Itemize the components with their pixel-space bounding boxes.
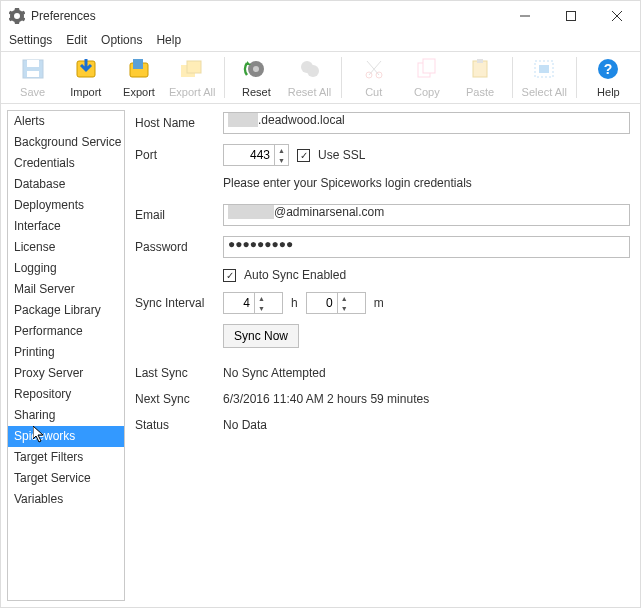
svg-line-19 xyxy=(367,61,379,75)
next-sync-label: Next Sync xyxy=(135,392,215,406)
sidebar-item-credentials[interactable]: Credentials xyxy=(8,153,124,174)
menu-help[interactable]: Help xyxy=(156,33,181,47)
status-label: Status xyxy=(135,418,215,432)
port-input[interactable] xyxy=(224,148,274,162)
email-input[interactable]: @adminarsenal.com xyxy=(223,204,630,226)
port-spinner[interactable]: ▲▼ xyxy=(223,144,289,166)
minimize-button[interactable] xyxy=(502,1,548,31)
password-input[interactable]: ●●●●●●●●● xyxy=(223,236,630,258)
sidebar-item-mail-server[interactable]: Mail Server xyxy=(8,279,124,300)
sidebar-item-deployments[interactable]: Deployments xyxy=(8,195,124,216)
last-sync-value: No Sync Attempted xyxy=(223,366,326,380)
content: Host Name .deadwood.local Port ▲▼ ✓ Use … xyxy=(131,110,634,601)
close-button[interactable] xyxy=(594,1,640,31)
select-all-icon xyxy=(531,57,557,84)
port-label: Port xyxy=(135,148,215,162)
sidebar-item-target-filters[interactable]: Target Filters xyxy=(8,447,124,468)
sidebar-item-logging[interactable]: Logging xyxy=(8,258,124,279)
interval-m-unit: m xyxy=(374,296,384,310)
interval-label: Sync Interval xyxy=(135,296,215,310)
sidebar-item-target-service[interactable]: Target Service xyxy=(8,468,124,489)
menu-options[interactable]: Options xyxy=(101,33,142,47)
svg-rect-9 xyxy=(133,59,143,69)
reset-button[interactable]: Reset xyxy=(231,55,282,100)
menu-settings[interactable]: Settings xyxy=(9,33,52,47)
toolbar: SaveImportExportExport AllResetReset All… xyxy=(1,51,640,104)
paste-button: Paste xyxy=(454,55,505,100)
svg-rect-5 xyxy=(27,60,39,67)
sidebar-item-sharing[interactable]: Sharing xyxy=(8,405,124,426)
last-sync-label: Last Sync xyxy=(135,366,215,380)
cursor-icon xyxy=(33,426,47,449)
hostname-suffix: .deadwood.local xyxy=(258,113,345,127)
sidebar-item-background-service[interactable]: Background Service xyxy=(8,132,124,153)
svg-line-18 xyxy=(369,61,381,75)
port-arrows[interactable]: ▲▼ xyxy=(274,145,288,165)
autosync-label: Auto Sync Enabled xyxy=(244,268,346,282)
hostname-masked xyxy=(228,113,258,127)
copy-icon xyxy=(414,57,440,84)
autosync-checkbox[interactable]: ✓ xyxy=(223,269,236,282)
sidebar-item-package-library[interactable]: Package Library xyxy=(8,300,124,321)
svg-rect-6 xyxy=(27,71,39,77)
sidebar-item-database[interactable]: Database xyxy=(8,174,124,195)
select-all-button: Select All xyxy=(519,55,570,100)
svg-text:?: ? xyxy=(604,61,613,77)
interval-m-input[interactable] xyxy=(307,296,337,310)
reset-icon xyxy=(243,57,269,84)
credentials-hint: Please enter your Spiceworks login crede… xyxy=(223,176,630,190)
hostname-input[interactable]: .deadwood.local xyxy=(223,112,630,134)
interval-m-arrows[interactable]: ▲▼ xyxy=(337,293,351,313)
sidebar-item-repository[interactable]: Repository xyxy=(8,384,124,405)
svg-rect-1 xyxy=(567,12,576,21)
next-sync-value: 6/3/2016 11:40 AM 2 hours 59 minutes xyxy=(223,392,429,406)
sidebar-item-proxy-server[interactable]: Proxy Server xyxy=(8,363,124,384)
export-all-icon xyxy=(179,57,205,84)
sidebar-item-alerts[interactable]: Alerts xyxy=(8,111,124,132)
interval-h-unit: h xyxy=(291,296,298,310)
export-button[interactable]: Export xyxy=(113,55,164,100)
svg-rect-11 xyxy=(187,61,201,73)
interval-h-arrows[interactable]: ▲▼ xyxy=(254,293,268,313)
save-icon xyxy=(20,57,46,84)
import-button[interactable]: Import xyxy=(60,55,111,100)
sidebar-item-spiceworks[interactable]: Spiceworks xyxy=(8,426,124,447)
maximize-button[interactable] xyxy=(548,1,594,31)
interval-h-input[interactable] xyxy=(224,296,254,310)
sidebar[interactable]: AlertsBackground ServiceCredentialsDatab… xyxy=(7,110,125,601)
sidebar-item-printing[interactable]: Printing xyxy=(8,342,124,363)
reset-all-icon xyxy=(297,57,323,84)
email-label: Email xyxy=(135,208,215,222)
window-controls xyxy=(502,1,640,31)
sidebar-item-interface[interactable]: Interface xyxy=(8,216,124,237)
import-icon xyxy=(73,57,99,84)
svg-rect-23 xyxy=(477,59,483,63)
gear-icon xyxy=(9,8,25,24)
menu-edit[interactable]: Edit xyxy=(66,33,87,47)
use-ssl-checkbox[interactable]: ✓ xyxy=(297,149,310,162)
paste-icon xyxy=(467,57,493,84)
cut-icon xyxy=(361,57,387,84)
svg-rect-21 xyxy=(423,59,435,73)
svg-rect-22 xyxy=(473,61,487,77)
preferences-window: Preferences SettingsEditOptionsHelp Save… xyxy=(0,0,641,608)
sync-now-button[interactable]: Sync Now xyxy=(223,324,299,348)
svg-rect-25 xyxy=(539,65,549,73)
help-button[interactable]: ?Help xyxy=(583,55,634,100)
menubar: SettingsEditOptionsHelp xyxy=(1,31,640,51)
interval-h-spinner[interactable]: ▲▼ xyxy=(223,292,283,314)
interval-m-spinner[interactable]: ▲▼ xyxy=(306,292,366,314)
reset-all-button: Reset All xyxy=(284,55,335,100)
titlebar: Preferences xyxy=(1,1,640,31)
sidebar-item-performance[interactable]: Performance xyxy=(8,321,124,342)
copy-button: Copy xyxy=(401,55,452,100)
help-icon: ? xyxy=(595,57,621,84)
body: AlertsBackground ServiceCredentialsDatab… xyxy=(1,104,640,607)
sidebar-item-variables[interactable]: Variables xyxy=(8,489,124,510)
sidebar-item-license[interactable]: License xyxy=(8,237,124,258)
export-icon xyxy=(126,57,152,84)
save-button: Save xyxy=(7,55,58,100)
cut-button: Cut xyxy=(348,55,399,100)
svg-point-15 xyxy=(307,65,319,77)
export-all-button: Export All xyxy=(167,55,218,100)
